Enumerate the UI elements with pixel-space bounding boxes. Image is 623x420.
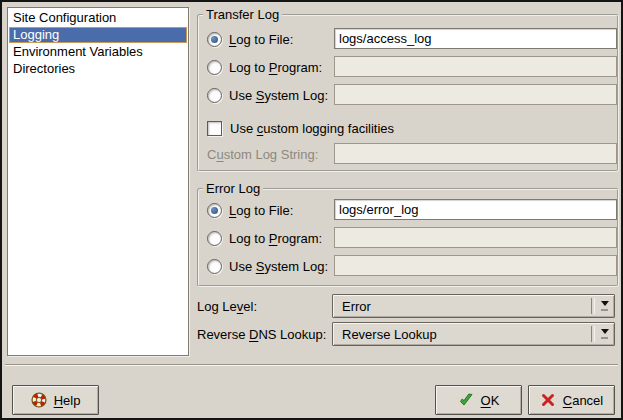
log-level-label: Log Level: — [197, 299, 257, 314]
cancel-button[interactable]: Cancel — [528, 385, 615, 415]
help-lifesaver-icon — [31, 392, 47, 408]
transfer-log-group: Transfer Log Log to File: Log to Program… — [197, 14, 619, 172]
transfer-use-system-log-label: Use System Log: — [229, 88, 328, 103]
transfer-log-group-title: Transfer Log — [203, 7, 282, 22]
button-bar-separator — [5, 364, 618, 365]
error-log-to-program-label: Log to Program: — [229, 231, 322, 246]
custom-logging-facilities-row: Use custom logging facilities — [207, 117, 617, 139]
error-log-group-title: Error Log — [203, 181, 263, 196]
cancel-button-label: Cancel — [563, 393, 603, 408]
chevron-down-icon — [599, 301, 610, 311]
error-use-system-log-row: Use System Log: — [207, 255, 617, 277]
reverse-dns-label: Reverse DNS Lookup: — [197, 327, 326, 342]
transfer-system-log-input — [334, 84, 617, 105]
combo-separator — [591, 298, 595, 314]
ok-button[interactable]: OK — [435, 385, 522, 415]
transfer-use-system-log-row: Use System Log: — [207, 84, 617, 106]
combo-separator — [591, 326, 595, 342]
error-use-system-log-radio[interactable] — [207, 259, 222, 274]
transfer-log-to-file-radio[interactable] — [207, 32, 222, 47]
log-level-row: Log Level: Error — [197, 294, 619, 318]
sidebar-item-directories[interactable]: Directories — [9, 61, 187, 77]
transfer-log-to-program-radio[interactable] — [207, 60, 222, 75]
transfer-log-to-program-label: Log to Program: — [229, 60, 322, 75]
error-log-to-file-label: Log to File: — [229, 203, 293, 218]
httpd-logging-dialog: Site Configuration Logging Environment V… — [0, 0, 623, 420]
error-log-group: Error Log Log to File: Log to Program: U… — [197, 188, 619, 287]
ok-check-icon — [458, 392, 474, 408]
reverse-dns-value: Reverse Lookup — [342, 327, 437, 342]
chevron-down-icon — [599, 329, 610, 339]
transfer-log-to-file-row: Log to File: — [207, 28, 617, 50]
custom-log-string-input — [334, 143, 617, 164]
error-log-program-input — [334, 227, 617, 248]
sidebar-item-environment-variables[interactable]: Environment Variables — [9, 44, 187, 60]
sidebar-item-site-configuration[interactable]: Site Configuration — [9, 10, 187, 26]
reverse-dns-select[interactable]: Reverse Lookup — [332, 322, 615, 346]
log-level-value: Error — [342, 299, 371, 314]
category-list: Site Configuration Logging Environment V… — [7, 7, 189, 356]
error-log-to-file-radio[interactable] — [207, 203, 222, 218]
transfer-log-file-input[interactable] — [334, 28, 617, 49]
error-log-to-file-row: Log to File: — [207, 199, 617, 221]
custom-logging-facilities-label: Use custom logging facilities — [230, 121, 394, 136]
error-use-system-log-label: Use System Log: — [229, 259, 328, 274]
cancel-x-icon — [540, 392, 556, 408]
transfer-log-to-program-row: Log to Program: — [207, 56, 617, 78]
reverse-dns-row: Reverse DNS Lookup: Reverse Lookup — [197, 322, 619, 346]
error-log-to-program-radio[interactable] — [207, 231, 222, 246]
error-log-file-input[interactable] — [334, 199, 617, 220]
custom-log-string-label: Custom Log String: — [207, 147, 318, 162]
custom-logging-facilities-checkbox[interactable] — [207, 121, 222, 136]
ok-button-label: OK — [481, 393, 500, 408]
transfer-use-system-log-radio[interactable] — [207, 88, 222, 103]
help-button[interactable]: Help — [12, 385, 99, 415]
error-log-to-program-row: Log to Program: — [207, 227, 617, 249]
error-system-log-input — [334, 255, 617, 276]
transfer-log-program-input — [334, 56, 617, 77]
help-button-label: Help — [54, 393, 81, 408]
sidebar-item-logging[interactable]: Logging — [9, 27, 187, 43]
log-level-select[interactable]: Error — [332, 294, 615, 318]
custom-log-string-row: Custom Log String: — [207, 143, 617, 165]
transfer-log-to-file-label: Log to File: — [229, 32, 293, 47]
